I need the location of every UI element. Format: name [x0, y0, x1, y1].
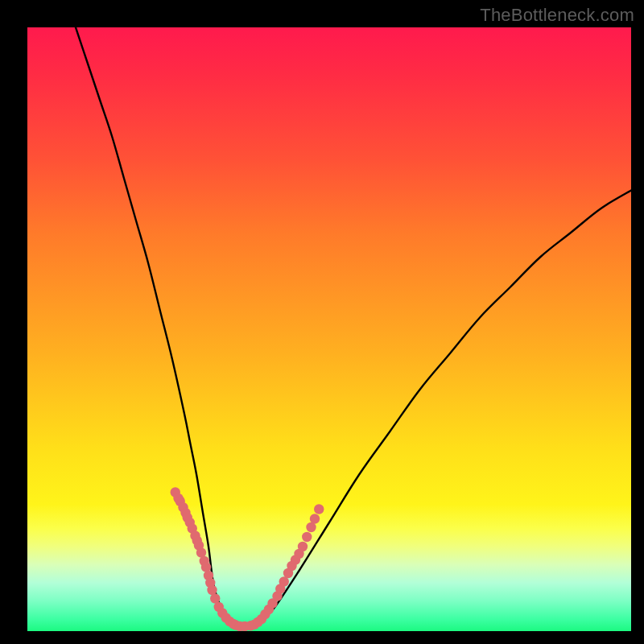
data-point [201, 562, 211, 572]
data-point [302, 532, 312, 542]
chart-frame: TheBottleneck.com [0, 0, 644, 644]
watermark-label: TheBottleneck.com [480, 5, 634, 26]
data-point [279, 576, 289, 586]
data-point [314, 504, 324, 514]
plot-area [27, 27, 631, 631]
bottleneck-curve [76, 27, 631, 629]
marker-cluster-right [246, 504, 324, 630]
data-point [298, 542, 308, 551]
curve-layer [27, 27, 631, 631]
data-point [310, 514, 320, 523]
